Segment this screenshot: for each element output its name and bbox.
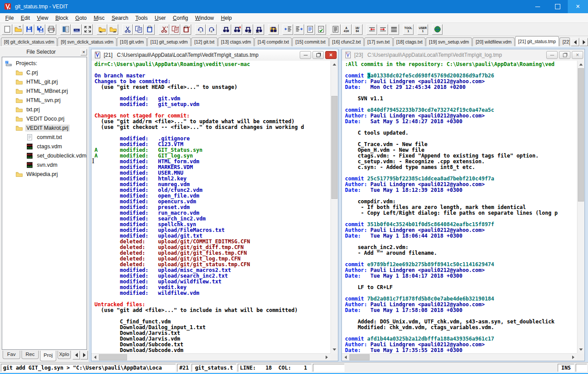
scrollbar-thumb[interactable]	[99, 354, 127, 360]
mdi-restore-button[interactable]	[559, 51, 570, 59]
tree-item-txt-prj[interactable]: txt.prj	[3, 105, 87, 114]
menu-user[interactable]: User	[151, 14, 169, 22]
tree-item-svn-vdm[interactable]: VEDITPLUSsvn.vdm	[3, 160, 87, 169]
close-button[interactable]: ×	[568, 0, 588, 13]
find-button[interactable]	[221, 24, 231, 35]
window-caption[interactable]: [21] C:\Users\pauli\AppData\Local\Temp\V…	[91, 49, 338, 61]
copy-button[interactable]	[133, 24, 144, 35]
menu-view[interactable]: View	[33, 14, 52, 22]
resize-grip[interactable]	[330, 353, 338, 361]
menu-help[interactable]: Help	[218, 14, 236, 22]
web-browser-button[interactable]	[432, 24, 443, 35]
user-menu-1-button[interactable]: USER 1	[417, 24, 428, 35]
scroll-right-button[interactable]	[570, 354, 577, 361]
vertical-scrollbar[interactable]	[577, 61, 584, 353]
mdi-close-button[interactable]: ×	[325, 51, 337, 59]
tree-item-vedit-makrot-prj[interactable]: VEDIT Makrot.prj	[3, 123, 87, 132]
next-file-button[interactable]	[108, 24, 118, 35]
menu-goto[interactable]: Goto	[72, 14, 90, 22]
tree-item-wikipedia-prj[interactable]: Wikipedia.prj	[3, 169, 87, 179]
mdi-restore-button[interactable]	[312, 51, 324, 59]
scroll-right-button[interactable]	[323, 354, 330, 361]
scroll-up-button[interactable]	[577, 61, 584, 68]
scrollbar-track[interactable]	[577, 68, 584, 346]
compare-copy-left-button[interactable]	[367, 24, 377, 35]
status-insert-mode[interactable]: INS	[558, 364, 574, 372]
undo-button[interactable]: U	[195, 24, 206, 35]
open-file-button[interactable]	[13, 24, 23, 35]
horizontal-scrollbar[interactable]	[91, 353, 330, 361]
tree-item-c-prj[interactable]: C.prj	[3, 68, 87, 77]
display-options-button[interactable]	[330, 24, 341, 35]
resize-grip[interactable]	[577, 353, 584, 361]
menu-edit[interactable]: Edit	[17, 14, 33, 22]
tree-item-html-mbnet-prj[interactable]: HTML_MBnet.prj	[3, 86, 87, 95]
print-button[interactable]	[46, 24, 56, 35]
fullscreen-button[interactable]	[82, 24, 93, 35]
prev-file-button[interactable]	[97, 24, 107, 35]
window-layout-button[interactable]: TxL	[71, 24, 82, 35]
scrollbar-thumb[interactable]	[331, 96, 338, 198]
minimize-button[interactable]	[527, 0, 548, 13]
file-tab-21[interactable]: [21] git_status.tmp	[515, 36, 559, 46]
menu-file[interactable]: File	[2, 14, 17, 22]
fs-tab-xplo[interactable]: Xplo	[58, 351, 71, 359]
file-tab-22[interactable]: [22] SVN_	[559, 37, 570, 46]
file-selector-close-button[interactable]: ×	[80, 49, 87, 55]
window-caption[interactable]: [23] C:\Users\pauli\AppData\Local\Temp\V…	[342, 49, 584, 61]
horizontal-scrollbar[interactable]	[342, 353, 577, 361]
menu-search[interactable]: Search	[108, 14, 132, 22]
compare-files-button[interactable]	[388, 24, 399, 35]
status-buffer-number[interactable]: #21	[177, 364, 190, 372]
tab-scroll-left-button[interactable]	[571, 38, 579, 46]
scroll-down-button[interactable]	[331, 346, 338, 353]
spell-check-button[interactable]	[316, 24, 326, 35]
tree-item-html-svn-prj[interactable]: HTML_svn.prj	[3, 95, 87, 105]
file-tab-8[interactable]: [8] git_dclick_status.vdm	[1, 37, 57, 46]
hex-display-button[interactable]: 16/ 64	[352, 24, 363, 35]
scrollbar-track[interactable]	[331, 68, 338, 346]
file-selector-toggle-button[interactable]	[60, 24, 71, 35]
vertical-scrollbar[interactable]	[330, 61, 338, 353]
scroll-up-button[interactable]	[331, 61, 338, 68]
fs-tab-proj[interactable]: Proj	[40, 351, 56, 361]
find-prev-button[interactable]	[254, 24, 264, 35]
find-next-button[interactable]	[243, 24, 253, 35]
scrollbar-track[interactable]	[99, 354, 323, 361]
ascii-table-button[interactable]: A 41H	[341, 24, 352, 35]
file-tab-11[interactable]: [11] git_setup.vdm	[147, 37, 191, 46]
scrollbar-thumb[interactable]	[349, 354, 370, 360]
file-tab-12[interactable]: [12] git.txt	[191, 37, 218, 46]
menu-misc[interactable]: Misc	[90, 14, 108, 22]
file-tab-13[interactable]: [13] ctags.vdm	[218, 37, 254, 46]
unindent-button[interactable]	[283, 24, 293, 35]
file-tab-20[interactable]: [20] wildfilew.vdm	[472, 37, 515, 46]
mdi-minimize-button[interactable]	[546, 51, 558, 59]
scrollbar-thumb[interactable]	[578, 68, 584, 202]
menu-tools[interactable]: Tools	[132, 14, 151, 22]
tree-item-ctags-vdm[interactable]: VEDITPLUSctags.vdm	[3, 142, 87, 151]
scroll-left-button[interactable]	[91, 354, 99, 361]
redo-button[interactable]: R	[206, 24, 217, 35]
file-tab-16[interactable]: [16] cfunc2.txt	[329, 37, 364, 46]
paste-scratchpad-button[interactable]: s	[181, 24, 191, 35]
scroll-left-button[interactable]	[342, 354, 349, 361]
tree-item-set-doubleclick-vdm[interactable]: VEDITPLUSset_doubleclick.vdm	[3, 151, 87, 160]
tree-item-html-git-prj[interactable]: HTML_git.prj	[3, 77, 87, 86]
find-in-files-button[interactable]	[268, 24, 279, 35]
file-tab-19[interactable]: [19] svn_setup.vdm	[426, 37, 472, 46]
menu-window[interactable]: Window	[192, 14, 218, 22]
tree-item-commit-txt[interactable]: commit.txt	[3, 132, 87, 142]
status-buffer-name[interactable]: git_status.t	[192, 364, 236, 372]
file-tab-15[interactable]: [15] commit.txt	[292, 37, 328, 46]
paste-button[interactable]	[144, 24, 155, 35]
scrollbar-track[interactable]	[349, 354, 570, 361]
mdi-minimize-button[interactable]	[300, 51, 311, 59]
mdi-close-button[interactable]: ×	[572, 51, 583, 59]
tool-menu-1-button[interactable]: TOOL 1	[403, 24, 414, 35]
copy-scratchpad-button[interactable]: s	[170, 24, 180, 35]
project-tree[interactable]: Projects:C.prjHTML_git.prjHTML_MBnet.prj…	[2, 57, 87, 350]
title-bar[interactable]: git_status.tmp - VEDIT ×	[0, 0, 588, 13]
tree-item-vedit-doco-prj[interactable]: VEDIT Doco.prj	[3, 114, 87, 123]
tab-scroll-right-button[interactable]	[580, 38, 588, 46]
